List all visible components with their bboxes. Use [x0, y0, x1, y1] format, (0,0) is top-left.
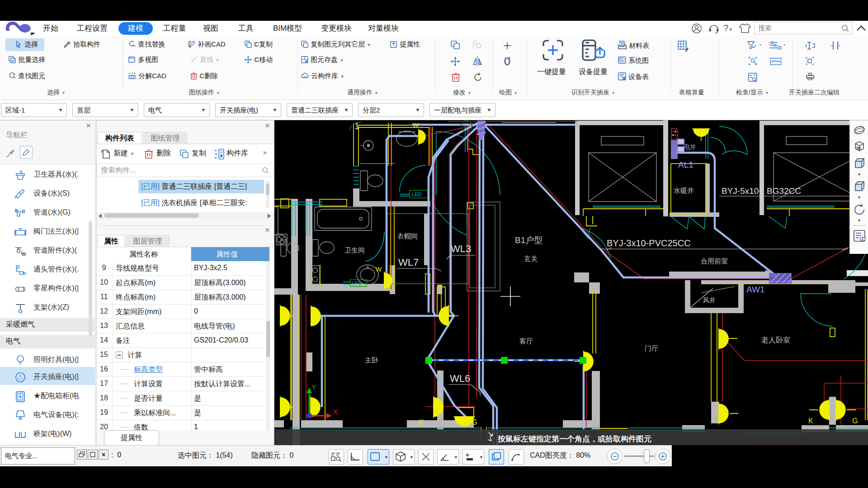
svg-text:K: K	[419, 418, 424, 426]
svg-text:AL1: AL1	[678, 160, 693, 169]
svg-text:卫生间: 卫生间	[344, 246, 365, 254]
svg-text:AW1: AW1	[746, 285, 764, 294]
svg-text:主卧: 主卧	[365, 356, 378, 364]
svg-text:G: G	[852, 417, 858, 425]
svg-text:BG32CC: BG32CC	[767, 186, 801, 196]
svg-text:按鼠标左键指定第一个角点，或拾取构件图元: 按鼠标左键指定第一个角点，或拾取构件图元	[497, 435, 651, 443]
svg-text:K: K	[808, 417, 813, 425]
svg-text:客厅: 客厅	[519, 337, 533, 345]
svg-text:BYJ-3x10-PVC25CC: BYJ-3x10-PVC25CC	[607, 238, 691, 248]
svg-text:BYJ-5x10-: BYJ-5x10-	[722, 186, 762, 196]
svg-text:衣帽间: 衣帽间	[397, 232, 418, 240]
svg-text:WL6: WL6	[450, 373, 470, 384]
svg-text:3D: 3D	[856, 146, 861, 150]
svg-text:门厅: 门厅	[645, 344, 658, 352]
svg-text:B1户型: B1户型	[515, 235, 542, 245]
svg-text:W: W	[413, 122, 419, 129]
svg-text:WL3: WL3	[451, 243, 471, 254]
svg-text:电井: 电井	[684, 143, 696, 150]
svg-text:Y: Y	[311, 383, 316, 391]
svg-text:水暖井: 水暖井	[674, 187, 694, 194]
svg-text:风井: 风井	[703, 296, 716, 304]
svg-text:X: X	[333, 408, 338, 415]
svg-text:LED: LED	[352, 281, 362, 286]
svg-text:LED: LED	[412, 192, 421, 197]
svg-text:合用前室: 合用前室	[701, 257, 728, 265]
svg-text:W: W	[376, 266, 382, 273]
svg-text:G: G	[472, 418, 477, 426]
svg-text:WL7: WL7	[398, 257, 419, 268]
svg-text:玄关: 玄关	[524, 255, 538, 263]
svg-text:老人卧室: 老人卧室	[761, 336, 790, 344]
